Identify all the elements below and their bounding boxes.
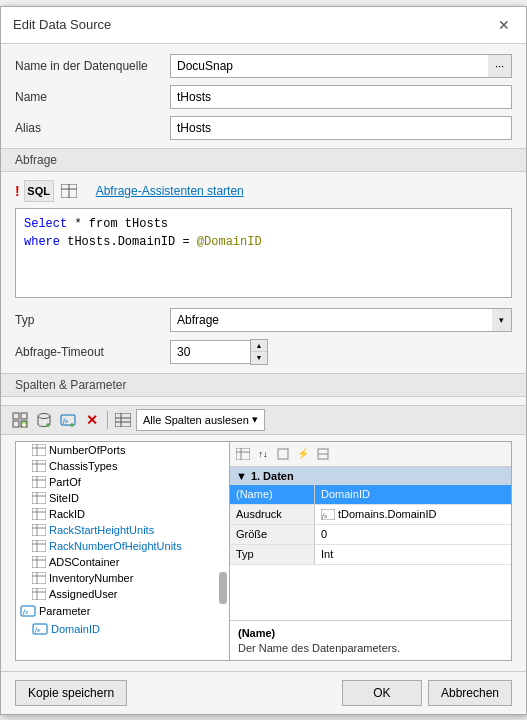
typ-select[interactable]: Abfrage (170, 308, 512, 332)
prop-table: ▼ 1. Daten (Name) DomainID Ausdruck fx (230, 467, 511, 620)
spinner-down-button[interactable]: ▼ (251, 352, 267, 364)
tree-item-rackid[interactable]: RackID (16, 506, 229, 522)
table-icon-button[interactable] (58, 180, 80, 202)
param-icon: fx (32, 622, 48, 636)
tree-item-partof[interactable]: PartOf (16, 474, 229, 490)
sql-button[interactable]: SQL (24, 180, 54, 202)
tree-item-label: Parameter (39, 605, 90, 617)
prop-key-typ: Typ (230, 545, 315, 564)
columns-panel: NumberOfPorts ChassisTypes (15, 441, 512, 661)
name-label: Name (15, 90, 170, 104)
prop-row-name[interactable]: (Name) DomainID (230, 485, 511, 505)
timeout-input[interactable] (170, 340, 250, 364)
prop-key-ausdruck: Ausdruck (230, 505, 315, 524)
svg-point-9 (38, 413, 50, 418)
tree-item-domainid[interactable]: fx DomainID (16, 620, 229, 638)
svg-rect-32 (32, 508, 46, 520)
edit-data-source-dialog: Edit Data Source ✕ Name in der Datenquel… (0, 6, 527, 715)
col-icon (32, 460, 46, 472)
add-col2-button[interactable] (33, 409, 55, 431)
svg-text:fx: fx (23, 608, 29, 616)
prop-icon5[interactable] (314, 445, 332, 463)
prop-row-ausdruck[interactable]: Ausdruck fx tDomains.DomainID (230, 505, 511, 525)
col-icon (32, 556, 46, 568)
sql-rest-line2: tHosts.DomainID = (60, 235, 197, 249)
name-in-source-ellipsis-button[interactable]: ··· (488, 54, 512, 78)
name-input[interactable] (170, 85, 512, 109)
tree-item-adscontainer[interactable]: ADSContainer (16, 554, 229, 570)
tree-item-label: RackStartHeightUnits (49, 524, 154, 536)
name-in-source-input[interactable] (170, 54, 488, 78)
svg-rect-4 (21, 413, 27, 419)
sql-editor[interactable]: Select * from tHosts where tHosts.Domain… (15, 208, 512, 298)
tree-item-label: RackNumberOfHeightUnits (49, 540, 182, 552)
prop-section-header: ▼ 1. Daten (230, 467, 511, 485)
grid-button[interactable] (112, 409, 134, 431)
cancel-button[interactable]: Abbrechen (428, 680, 512, 706)
prop-section-label: 1. Daten (251, 470, 294, 482)
tree-item-racknumberofheight[interactable]: RackNumberOfHeightUnits (16, 538, 229, 554)
tree-panel[interactable]: NumberOfPorts ChassisTypes (15, 441, 230, 661)
prop-row-typ[interactable]: Typ Int (230, 545, 511, 565)
alias-row: Alias (15, 116, 512, 140)
param-group-icon: fx (20, 604, 36, 618)
tree-item-inventorynumber[interactable]: InventoryNumber (16, 570, 229, 586)
tree-item-label: AssignedUser (49, 588, 117, 600)
alias-input[interactable] (170, 116, 512, 140)
svg-rect-38 (32, 540, 46, 552)
dialog-body: Name in der Datenquelle ··· Name Alias A… (1, 44, 526, 671)
prop-lightning-button[interactable]: ⚡ (294, 445, 312, 463)
prop-row-groesse[interactable]: Größe 0 (230, 525, 511, 545)
typ-select-wrapper: Abfrage ▾ (170, 308, 512, 332)
sql-param: @DomainID (197, 235, 262, 249)
svg-text:fx: fx (322, 512, 328, 520)
sql-rest-line1: * from tHosts (67, 217, 168, 231)
timeout-spinner: ▲ ▼ (170, 339, 268, 365)
save-copy-button[interactable]: Kopie speichern (15, 680, 127, 706)
tree-item-siteid[interactable]: SiteID (16, 490, 229, 506)
tree-item-label: DomainID (51, 623, 100, 635)
spinner-buttons: ▲ ▼ (250, 339, 268, 365)
abfrage-section-header: Abfrage (1, 148, 526, 172)
tree-item-label: ADSContainer (49, 556, 119, 568)
ok-button[interactable]: OK (342, 680, 422, 706)
wizard-link[interactable]: Abfrage-Assistenten starten (96, 184, 244, 198)
tree-item-label: NumberOfPorts (49, 444, 125, 456)
add-param-button[interactable]: fx (57, 409, 79, 431)
svg-rect-57 (278, 449, 288, 459)
prop-key-groesse: Größe (230, 525, 315, 544)
tree-item-label: InventoryNumber (49, 572, 133, 584)
svg-rect-44 (32, 572, 46, 584)
svg-rect-35 (32, 524, 46, 536)
add-col-button[interactable] (9, 409, 31, 431)
tree-item-assigneduser[interactable]: AssignedUser (16, 586, 229, 602)
name-in-source-label: Name in der Datenquelle (15, 59, 170, 73)
prop-toolbar: ↑↓ ⚡ (230, 442, 511, 467)
dialog-footer: Kopie speichern OK Abbrechen (1, 671, 526, 714)
tree-item-numberofports[interactable]: NumberOfPorts (16, 442, 229, 458)
col-icon (32, 540, 46, 552)
prop-icon3[interactable] (274, 445, 292, 463)
prop-icon1[interactable] (234, 445, 252, 463)
prop-description: (Name) Der Name des Datenparameters. (230, 620, 511, 660)
spinner-up-button[interactable]: ▲ (251, 340, 267, 352)
tree-item-rackstartheight[interactable]: RackStartHeightUnits (16, 522, 229, 538)
svg-rect-47 (32, 588, 46, 600)
prop-desc-title: (Name) (238, 627, 503, 639)
tree-item-parameter-group[interactable]: fx Parameter (16, 602, 229, 620)
dialog-title: Edit Data Source (13, 17, 111, 32)
col-icon (32, 492, 46, 504)
footer-right-buttons: OK Abbrechen (342, 680, 512, 706)
close-button[interactable]: ✕ (494, 15, 514, 35)
all-cols-dropdown-icon: ▾ (252, 413, 258, 426)
prop-expand-icon: ▼ (236, 470, 247, 482)
delete-button[interactable]: ✕ (81, 409, 103, 431)
tree-item-chassistypes[interactable]: ChassisTypes (16, 458, 229, 474)
all-cols-button[interactable]: Alle Spalten auslesen ▾ (136, 409, 265, 431)
prop-sort-button[interactable]: ↑↓ (254, 445, 272, 463)
svg-rect-54 (236, 448, 250, 460)
name-in-source-input-group: ··· (170, 54, 512, 78)
svg-rect-29 (32, 492, 46, 504)
prop-val-typ: Int (315, 545, 511, 564)
prop-desc-text: Der Name des Datenparameters. (238, 642, 503, 654)
